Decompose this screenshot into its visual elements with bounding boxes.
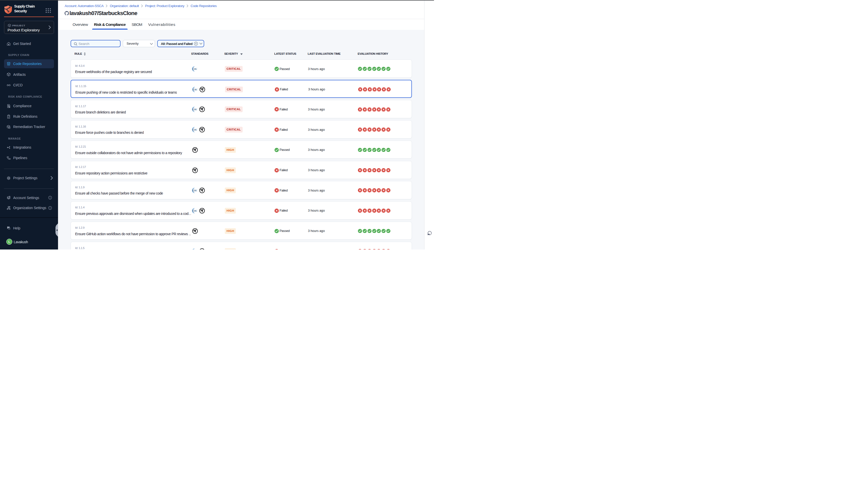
svg-text:CIS: CIS — [193, 129, 196, 131]
svg-text:CIS: CIS — [193, 68, 196, 70]
svg-text:CIS: CIS — [193, 88, 197, 91]
svg-text:CIS: CIS — [193, 108, 196, 111]
svg-text:?: ? — [8, 227, 9, 228]
svg-text:CIS: CIS — [193, 189, 196, 192]
svg-text:CIS: CIS — [193, 210, 196, 212]
